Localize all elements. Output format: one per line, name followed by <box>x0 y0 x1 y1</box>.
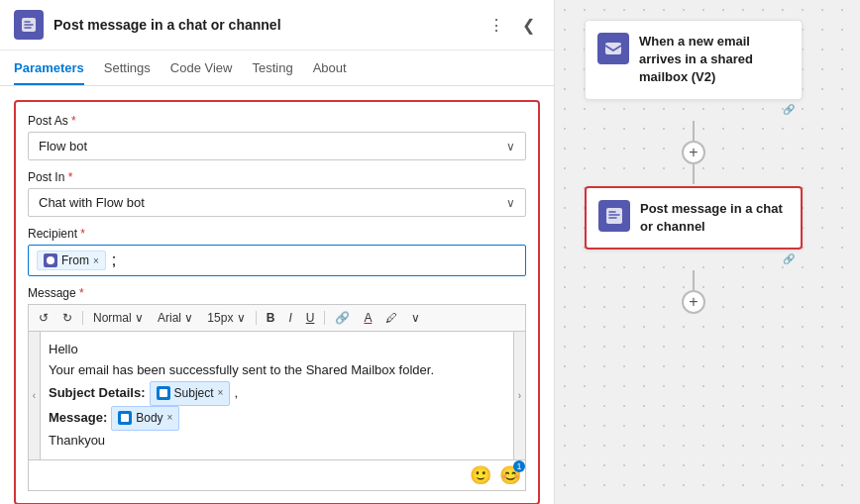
font-color-button[interactable]: A <box>360 309 376 327</box>
recipient-field: Recipient * From × ; <box>28 227 526 276</box>
svg-rect-5 <box>606 208 622 224</box>
right-panel: When a new email arrives in a shared mai… <box>555 0 860 504</box>
message-line-message: Message: Body × <box>49 406 505 431</box>
post-as-select[interactable]: Flow bot ∨ <box>28 132 526 160</box>
bold-button[interactable]: B <box>263 309 279 327</box>
body-tag-label: Body <box>136 409 162 428</box>
message-label-text: Message: <box>49 408 107 429</box>
panel-header: Post message in a chat or channel ⋮ ❮ <box>0 0 554 50</box>
subject-tag-remove[interactable]: × <box>218 385 224 401</box>
tabs-bar: Parameters Settings Code View Testing Ab… <box>0 50 554 86</box>
tab-about[interactable]: About <box>313 50 347 85</box>
flow-card-wrapper-1: When a new email arrives in a shared mai… <box>585 20 803 119</box>
recipient-input[interactable]: From × ; <box>28 245 526 276</box>
link-icon: 🔗 <box>783 104 795 115</box>
right-scroll-button[interactable]: › <box>514 331 526 460</box>
left-panel: Post message in a chat or channel ⋮ ❮ Pa… <box>0 0 555 504</box>
header-icon <box>14 10 44 40</box>
toolbar-separator <box>256 311 257 325</box>
flow-connector-2: + <box>679 270 708 314</box>
link-icon-2: 🔗 <box>783 253 795 264</box>
panel-content: Post As * Flow bot ∨ Post In * Chat with… <box>0 86 554 504</box>
italic-button[interactable]: I <box>284 309 295 327</box>
message-field: Message * ↺ ↻ Normal ∨ Arial ∨ 15px ∨ B … <box>28 286 526 491</box>
collapse-button[interactable]: ❮ <box>516 13 540 37</box>
post-in-value: Chat with Flow bot <box>39 195 145 210</box>
office-icon <box>157 386 170 400</box>
add-step-button[interactable]: + <box>682 141 705 164</box>
flow-connector-1: + <box>679 121 708 184</box>
message-editor-wrapper: ‹ Hello Your email has been successfully… <box>28 331 526 460</box>
svg-point-1 <box>47 256 54 264</box>
redo-button[interactable]: ↻ <box>58 309 76 327</box>
sticker-button[interactable]: 😊 1 <box>499 464 521 486</box>
link-button[interactable]: 🔗 <box>331 309 354 327</box>
highlight-button[interactable]: 🖊 <box>381 309 401 327</box>
svg-rect-4 <box>605 43 621 54</box>
plus-icon-bottom: + <box>689 293 698 311</box>
flow-card-post-message[interactable]: Post message in a chat or channel <box>585 186 803 250</box>
tab-parameters[interactable]: Parameters <box>14 50 84 85</box>
recipient-tag: From × <box>37 251 106 270</box>
chevron-down-icon: ∨ <box>506 140 515 153</box>
left-scroll-button[interactable]: ‹ <box>28 331 40 460</box>
message-label: Message * <box>28 286 526 300</box>
tab-testing[interactable]: Testing <box>252 50 292 85</box>
message-input[interactable]: Hello Your email has been successfully s… <box>40 331 514 460</box>
tag-remove-button[interactable]: × <box>93 255 99 266</box>
post-as-label: Post As * <box>28 114 526 128</box>
post-in-field: Post In * Chat with Flow bot ∨ <box>28 170 526 217</box>
post-in-select[interactable]: Chat with Flow bot ∨ <box>28 188 526 217</box>
emoji-button[interactable]: 🙂 <box>470 464 491 486</box>
subject-tag-label: Subject <box>174 384 214 403</box>
font-dropdown[interactable]: Arial ∨ <box>154 309 197 327</box>
message-footer: 🙂 😊 1 <box>28 460 526 491</box>
plus-icon: + <box>689 144 698 161</box>
header-actions: ⋮ ❮ <box>484 13 540 37</box>
normal-dropdown[interactable]: Normal ∨ <box>89 309 148 327</box>
size-dropdown[interactable]: 15px ∨ <box>203 309 249 327</box>
flow-container: When a new email arrives in a shared mai… <box>585 20 803 316</box>
toolbar-separator <box>82 311 83 325</box>
body-tag: Body × <box>111 406 179 431</box>
tab-settings[interactable]: Settings <box>104 50 151 85</box>
message-line-thankyou: Thankyou <box>49 431 505 452</box>
flow-card-1-footer: 🔗 <box>585 100 803 119</box>
subject-comma: , <box>234 383 238 404</box>
add-step-bottom-button[interactable]: + <box>682 290 705 314</box>
flow-card-post-title: Post message in a chat or channel <box>640 200 789 236</box>
message-line-hello: Hello <box>49 340 505 360</box>
form-section: Post As * Flow bot ∨ Post In * Chat with… <box>14 100 540 504</box>
more-toolbar-button[interactable]: ∨ <box>407 309 424 327</box>
svg-rect-2 <box>160 389 167 397</box>
header-title: Post message in a chat or channel <box>54 17 475 33</box>
message-line-body: Your email has been successfully sent to… <box>49 360 505 381</box>
connector-line <box>693 121 695 141</box>
connector-line <box>693 270 695 290</box>
post-message-icon <box>598 200 630 232</box>
flow-card-email-trigger[interactable]: When a new email arrives in a shared mai… <box>585 20 803 100</box>
post-as-value: Flow bot <box>39 139 87 153</box>
flow-card-2-footer: 🔗 <box>585 250 803 268</box>
flow-card-email-title: When a new email arrives in a shared mai… <box>639 33 790 87</box>
undo-button[interactable]: ↺ <box>35 309 53 327</box>
email-trigger-icon <box>597 33 629 64</box>
underline-button[interactable]: U <box>302 309 319 327</box>
subject-label: Subject Details: <box>49 383 146 404</box>
svg-rect-3 <box>121 414 129 422</box>
connector-line <box>693 164 695 184</box>
post-in-label: Post In * <box>28 170 526 184</box>
office-icon-body <box>118 411 132 425</box>
message-toolbar: ↺ ↻ Normal ∨ Arial ∨ 15px ∨ B I U 🔗 A 🖊 … <box>28 304 526 331</box>
message-line-subject: Subject Details: Subject × , <box>49 381 505 406</box>
recipient-tag-label: From <box>61 253 89 267</box>
chevron-down-icon: ∨ <box>506 196 515 210</box>
tab-code-view[interactable]: Code View <box>170 50 233 85</box>
recipient-label: Recipient * <box>28 227 526 241</box>
post-as-field: Post As * Flow bot ∨ <box>28 114 526 160</box>
toolbar-separator <box>324 311 325 325</box>
more-options-button[interactable]: ⋮ <box>484 13 508 37</box>
flow-card-wrapper-2: Post message in a chat or channel 🔗 <box>585 186 803 268</box>
body-tag-remove[interactable]: × <box>167 410 173 426</box>
teams-icon <box>44 253 57 267</box>
